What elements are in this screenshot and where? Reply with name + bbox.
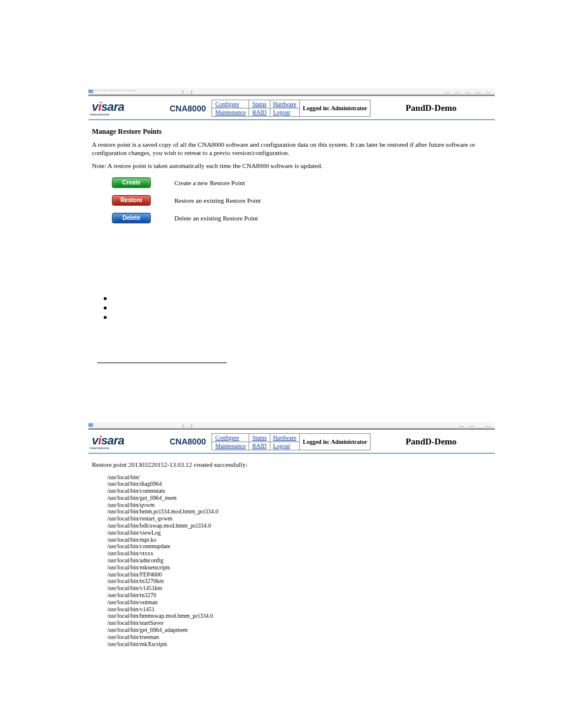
- product-name: CNA8000: [170, 437, 206, 446]
- page-note: Note: A restore point is taken automatic…: [92, 162, 491, 169]
- file-list: /usr/local/bin//usr/local/bin/diag6964/u…: [107, 474, 491, 648]
- nav-hardware[interactable]: Hardware: [270, 100, 299, 108]
- window-title-fragment: -- -- -- ---- ---- - -----: [94, 88, 135, 93]
- result-message: Restore point 201303220152-13.03.12 crea…: [92, 461, 491, 468]
- file-path: /usr/local/bin/v1451: [107, 606, 491, 613]
- window-titlebar: — — —: [88, 422, 495, 429]
- brand-v: v: [92, 100, 98, 113]
- main-content: Manage Restore Points A restore point is…: [88, 120, 495, 234]
- create-description: Create a new Restore Point: [174, 179, 245, 186]
- brand-logo: visara International: [92, 100, 168, 116]
- file-path: /usr/local/bin/treeman: [107, 634, 491, 641]
- bullet-item: [113, 312, 282, 321]
- window-controls-fragment: — — —: [459, 423, 492, 429]
- file-path: /usr/local/bin/startSaver: [107, 620, 491, 627]
- file-path: /usr/local/bin/v1451km: [107, 585, 491, 592]
- file-path: /usr/local/bin/commupdate: [107, 543, 491, 550]
- document-bullet-list: [105, 293, 282, 321]
- action-row-restore: Restore Restore an existing Restore Poin…: [112, 195, 491, 206]
- login-status: Logged in: Administrator: [300, 433, 371, 450]
- window-titlebar: -- -- -- ---- ---- - ----- — — — — —: [88, 88, 495, 95]
- environment-name: PandD-Demo: [371, 437, 491, 447]
- brand-logo: visara International: [92, 434, 168, 450]
- screenshot-restore-point-created: — — — visara International CNA8000 Confi…: [88, 422, 495, 651]
- file-path: /usr/local/bin/FEP4600: [107, 571, 491, 578]
- restore-description: Restore an existing Restore Point: [174, 197, 261, 204]
- file-path: /usr/local/bin/get_6964_adapmem: [107, 627, 491, 634]
- file-path: /usr/local/bin/commstats: [107, 487, 491, 495]
- brand-subtext: International: [90, 446, 109, 450]
- file-path: /usr/local/bin/mkXscripts: [107, 641, 491, 648]
- file-path: /usr/local/bin/qvwm: [107, 502, 491, 509]
- nav-status[interactable]: Status: [249, 433, 270, 442]
- file-path: /usr/local/bin/hmm.pci334.mod.hmm_pci334…: [107, 508, 491, 515]
- document-divider: [97, 363, 227, 363]
- tab-notch: [183, 91, 192, 95]
- nav-hardware[interactable]: Hardware: [270, 433, 299, 442]
- file-path: /usr/local/bin/bdlcswap.mod.hmm_pci334.0: [107, 522, 491, 529]
- file-path: /usr/local/bin/viewLog: [107, 529, 491, 536]
- app-header: visara International CNA8000 Configure S…: [88, 96, 495, 120]
- nav-configure[interactable]: Configure: [212, 433, 249, 442]
- file-path: /usr/local/bin/adnconfig: [107, 557, 491, 564]
- brand-rest: sara: [101, 100, 124, 113]
- nav-maintenance[interactable]: Maintenance: [212, 108, 249, 117]
- file-path: /usr/local/bin/restart_qvwm: [107, 515, 491, 522]
- page-title: Manage Restore Points: [92, 127, 491, 136]
- action-row-create: Create Create a new Restore Point: [112, 177, 491, 188]
- file-path: /usr/local/bin/vtxxx: [107, 550, 491, 557]
- file-path: /usr/local/bin/mknetscripts: [107, 564, 491, 571]
- window-controls-fragment: — — — — —: [445, 89, 492, 95]
- file-path: /usr/local/bin/hmmswap.mod.hmm_pci334.0: [107, 612, 491, 620]
- file-path: /usr/local/bin/outman: [107, 599, 491, 606]
- file-path: /usr/local/bin/: [107, 474, 491, 481]
- nav-raid[interactable]: RAID: [249, 442, 270, 450]
- nav-table: Configure Status Hardware Logged in: Adm…: [211, 100, 371, 117]
- action-row-delete: Delete Delete an existing Restore Point: [112, 213, 491, 223]
- app-header: visara International CNA8000 Configure S…: [88, 430, 495, 454]
- file-path: /usr/local/bin/diag6964: [107, 480, 491, 487]
- product-name: CNA8000: [170, 104, 206, 113]
- create-button[interactable]: Create: [112, 177, 151, 188]
- bullet-item: [113, 302, 282, 312]
- delete-button[interactable]: Delete: [112, 213, 151, 223]
- brand-subtext: International: [90, 113, 109, 116]
- file-path: /usr/local/bin/mpt.ko: [107, 536, 491, 543]
- tab-notch: [183, 424, 192, 429]
- screenshot-manage-restore-points: -- -- -- ---- ---- - ----- — — — — — vis…: [88, 88, 495, 234]
- file-path: /usr/local/bin/tn3270km: [107, 578, 491, 585]
- bullet-item: [113, 293, 282, 302]
- nav-logout[interactable]: Logout: [270, 108, 299, 117]
- nav-maintenance[interactable]: Maintenance: [212, 442, 249, 450]
- nav-raid[interactable]: RAID: [249, 108, 270, 117]
- brand-v: v: [92, 434, 98, 447]
- delete-description: Delete an existing Restore Point: [174, 215, 258, 222]
- nav-status[interactable]: Status: [249, 100, 270, 108]
- file-path: /usr/local/bin/get_6964_mem: [107, 495, 491, 502]
- file-path: /usr/local/bin/tn3270: [107, 592, 491, 599]
- nav-logout[interactable]: Logout: [270, 442, 299, 450]
- brand-rest: sara: [101, 434, 124, 447]
- login-status: Logged in: Administrator: [300, 100, 371, 117]
- nav-configure[interactable]: Configure: [212, 100, 249, 108]
- environment-name: PandD-Demo: [371, 103, 491, 113]
- restore-button[interactable]: Restore: [112, 195, 151, 206]
- nav-table: Configure Status Hardware Logged in: Adm…: [211, 433, 371, 450]
- page-description: A restore point is a saved copy of all t…: [92, 141, 491, 157]
